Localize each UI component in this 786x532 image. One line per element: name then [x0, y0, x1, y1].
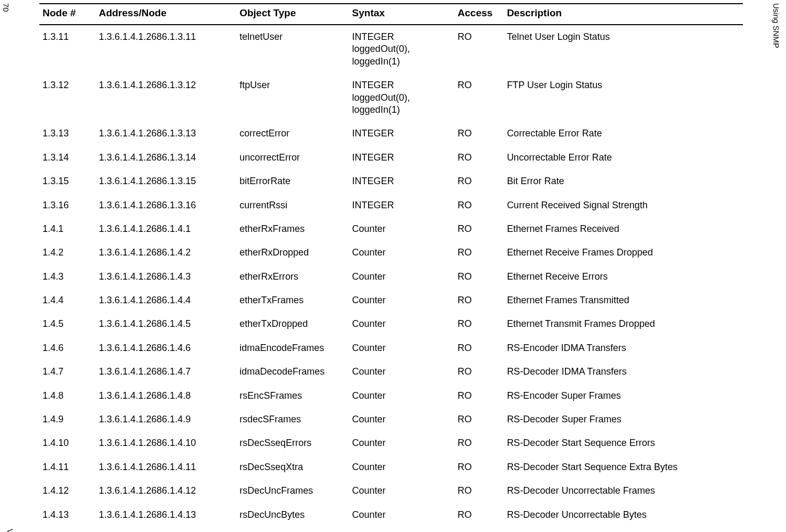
- cell-syntax: Counter: [349, 241, 455, 264]
- cell-node: 1.4.8: [39, 384, 96, 408]
- table-row: 1.4.81.3.6.1.4.1.2686.1.4.8rsEncSFramesC…: [39, 384, 743, 408]
- cell-description: Ethernet Receive Frames Dropped: [504, 241, 743, 264]
- version-footer: Version 1.1 - 01/04/00: [6, 529, 15, 532]
- cell-address: 1.3.6.1.4.1.2686.1.4.12: [96, 479, 236, 503]
- cell-address: 1.3.6.1.4.1.2686.1.4.3: [96, 265, 236, 289]
- cell-address: 1.3.6.1.4.1.2686.1.3.13: [96, 122, 236, 145]
- cell-object: rsdecSFrames: [236, 408, 349, 431]
- cell-node: 1.3.16: [39, 194, 96, 217]
- cell-node: 1.4.3: [39, 265, 96, 289]
- cell-node: 1.4.10: [39, 431, 96, 455]
- cell-syntax: INTEGER: [349, 146, 455, 169]
- cell-description: Ethernet Frames Transmitted: [504, 289, 743, 312]
- cell-syntax: Counter: [349, 312, 455, 336]
- cell-syntax: Counter: [349, 479, 455, 503]
- cell-description: RS-Decoder Start Sequence Extra Bytes: [504, 455, 743, 479]
- cell-node: 1.4.1: [39, 217, 96, 241]
- cell-object: rsDecSseqXtra: [236, 455, 349, 479]
- cell-access: RO: [455, 265, 504, 289]
- cell-access: RO: [455, 146, 504, 169]
- cell-syntax: INTEGER: [349, 169, 455, 193]
- cell-node: 1.3.12: [39, 73, 96, 122]
- cell-object: etherRxDropped: [236, 241, 349, 264]
- cell-address: 1.3.6.1.4.1.2686.1.4.5: [96, 312, 236, 336]
- header-address: Address/Node: [96, 4, 236, 25]
- cell-access: RO: [455, 169, 504, 193]
- cell-object: telnetUser: [236, 25, 349, 73]
- cell-syntax: Counter: [349, 217, 455, 241]
- cell-access: RO: [455, 73, 504, 122]
- cell-object: etherRxFrames: [236, 217, 349, 241]
- cell-node: 1.4.2: [39, 241, 96, 264]
- cell-description: Bit Error Rate: [504, 169, 743, 193]
- cell-address: 1.3.6.1.4.1.2686.1.4.13: [96, 503, 236, 527]
- cell-object: ftpUser: [236, 73, 349, 122]
- header-object: Object Type: [236, 4, 349, 25]
- cell-address: 1.3.6.1.4.1.2686.1.3.15: [96, 169, 236, 193]
- cell-object: idmaEncodeFrames: [236, 336, 349, 360]
- cell-object: correctError: [236, 122, 349, 145]
- cell-description: Telnet User Login Status: [504, 25, 743, 73]
- cell-description: Ethernet Transmit Frames Dropped: [504, 312, 743, 336]
- cell-syntax: INTEGER: [349, 194, 455, 217]
- cell-description: RS-Decoder Start Sequence Errors: [504, 431, 743, 455]
- cell-node: 1.4.11: [39, 455, 96, 479]
- mib-table: Node # Address/Node Object Type Syntax A…: [39, 3, 743, 532]
- cell-syntax: Counter: [349, 336, 455, 360]
- table-row: 1.4.11.3.6.1.4.1.2686.1.4.1etherRxFrames…: [39, 217, 743, 241]
- cell-syntax: Counter: [349, 503, 455, 527]
- cell-access: RO: [455, 122, 504, 145]
- table-row: 1.4.121.3.6.1.4.1.2686.1.4.12rsDecUncFra…: [39, 479, 743, 503]
- cell-node: 1.4.6: [39, 336, 96, 360]
- cell-address: 1.3.6.1.4.1.2686.1.4.9: [96, 408, 236, 431]
- header-syntax: Syntax: [349, 4, 455, 25]
- cell-address: 1.3.6.1.4.1.2686.1.4.1: [96, 217, 236, 241]
- page-number: 70: [2, 3, 11, 12]
- cell-syntax: Counter: [349, 431, 455, 455]
- cell-object: uncorrectError: [236, 146, 349, 169]
- table-row: 1.4.101.3.6.1.4.1.2686.1.4.10rsDecSseqEr…: [39, 431, 743, 455]
- cell-object: rsDecUncFrames: [236, 479, 349, 503]
- cell-address: 1.3.6.1.4.1.2686.1.4.11: [96, 455, 236, 479]
- cell-syntax: Counter: [349, 408, 455, 431]
- cell-access: RO: [455, 217, 504, 241]
- cell-object: rsDecSseqErrors: [236, 431, 349, 455]
- cell-access: RO: [455, 527, 504, 532]
- cell-description: RS-Decoder Super Frames: [504, 408, 743, 431]
- cell-syntax: INTEGER: [349, 122, 455, 145]
- mib-table-wrap: Node # Address/Node Object Type Syntax A…: [39, 3, 743, 532]
- table-row: 1.3.151.3.6.1.4.1.2686.1.3.15bitErrorRat…: [39, 169, 743, 193]
- cell-access: RO: [455, 455, 504, 479]
- cell-access: RO: [455, 431, 504, 455]
- cell-description: RS-Decoder Uncorrectable Bytes: [504, 503, 743, 527]
- cell-node: 1.3.15: [39, 169, 96, 193]
- header-access: Access: [455, 4, 504, 25]
- cell-syntax: Counter: [349, 384, 455, 408]
- cell-syntax: Counter: [349, 289, 455, 312]
- cell-object: rsDecCorFrames: [236, 527, 349, 532]
- header-description: Description: [504, 4, 743, 25]
- cell-description: Ethernet Receive Errors: [504, 265, 743, 289]
- cell-object: currentRssi: [236, 194, 349, 217]
- cell-syntax: Counter: [349, 455, 455, 479]
- cell-syntax: Counter: [349, 265, 455, 289]
- cell-description: FTP User Login Status: [504, 73, 743, 122]
- cell-description: RS-Encoder Super Frames: [504, 384, 743, 408]
- table-row: 1.3.131.3.6.1.4.1.2686.1.3.13correctErro…: [39, 122, 743, 145]
- cell-object: etherTxDropped: [236, 312, 349, 336]
- cell-address: 1.3.6.1.4.1.2686.1.3.12: [96, 73, 236, 122]
- section-title: Using SNMP: [772, 3, 781, 48]
- cell-object: rsDecUncBytes: [236, 503, 349, 527]
- cell-address: 1.3.6.1.4.1.2686.1.4.2: [96, 241, 236, 264]
- cell-object: rsEncSFrames: [236, 384, 349, 408]
- cell-object: bitErrorRate: [236, 169, 349, 193]
- cell-node: 1.4.9: [39, 408, 96, 431]
- cell-description: Correctable Error Rate: [504, 122, 743, 145]
- cell-description: RS-Decoder Correctable Frames: [504, 527, 743, 532]
- table-row: 1.3.161.3.6.1.4.1.2686.1.3.16currentRssi…: [39, 194, 743, 217]
- cell-syntax: Counter: [349, 527, 455, 532]
- cell-node: 1.3.13: [39, 122, 96, 145]
- cell-node: 1.3.14: [39, 146, 96, 169]
- cell-node: 1.4.5: [39, 312, 96, 336]
- cell-address: 1.3.6.1.4.1.2686.1.4.8: [96, 384, 236, 408]
